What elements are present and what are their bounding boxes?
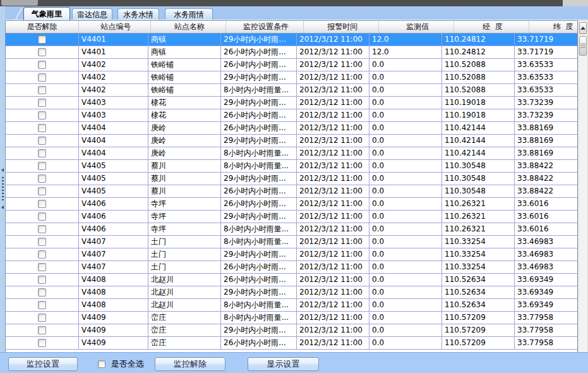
row-checkbox[interactable] [38,276,46,284]
row-checkbox[interactable] [38,99,46,107]
splitter-grip[interactable] [2,177,4,202]
row-checkbox[interactable] [38,187,46,195]
row-checkbox[interactable] [38,149,46,157]
tab-rain-condition[interactable]: 水务雨情 [165,8,213,20]
cell-checkbox [6,59,79,71]
cell-latitude: 33.46983 [515,248,578,260]
select-all-checkbox[interactable] [98,360,105,368]
cell-station-id: V4405 [79,173,148,185]
column-header-condition[interactable]: 监控设置条件 [228,21,304,33]
row-checkbox[interactable] [38,250,46,259]
table-row[interactable]: V4401商镇29小时内小时雨...2012/3/12 11:0012.0110… [6,34,577,46]
left-splitter[interactable] [0,6,5,373]
row-checkbox[interactable] [38,61,46,69]
display-set-button[interactable]: 显示设置 [248,357,319,371]
cell-latitude: 33.46983 [515,236,578,248]
cell-longitude: 110.19018 [442,109,515,121]
cell-checkbox [6,34,79,46]
table-row[interactable]: V4402铁峪铺26小时内小时雨...2012/3/12 11:000.0110… [6,59,577,71]
row-checkbox[interactable] [38,86,46,94]
column-header-longitude[interactable]: 经 度 [457,21,529,33]
cell-longitude: 110.33254 [442,236,515,248]
monitor-release-button[interactable]: 监控解除 [155,357,225,371]
row-checkbox[interactable] [38,200,46,208]
cell-latitude: 33.77958 [515,324,578,336]
table-row[interactable]: V4403棣花29小时内小时雨...2012/3/12 11:000.0110.… [6,97,577,109]
column-header-release[interactable]: 是否解除 [6,21,79,33]
row-checkbox[interactable] [38,339,46,347]
cell-station-name: 铁峪铺 [148,84,221,96]
table-row[interactable]: V4409峦庄29小时内小时雨...2012/3/12 11:000.0110.… [6,324,577,337]
row-checkbox[interactable] [38,162,46,170]
table-row[interactable]: V4409峦庄26小时内小时雨...2012/3/12 11:000.0110.… [6,337,577,350]
column-header-alarm-time[interactable]: 报警时间 [306,21,379,33]
table-row[interactable]: V4404庚岭8小时内小时雨量...2012/3/12 11:000.0110.… [6,147,577,160]
table-row[interactable]: V4401商镇26小时内小时雨...2012/3/12 11:0012.0110… [6,46,577,59]
row-checkbox[interactable] [38,111,46,119]
column-header-station-name[interactable]: 站点名称 [153,21,226,33]
table-row[interactable]: V4403棣花26小时内小时雨...2012/3/12 11:000.0110.… [6,109,577,122]
tab-bar: 气象雨里 雷达信息 水务水情 水务雨情 [0,6,588,20]
table-row[interactable]: V4408北赵川26小时内小时雨...2012/3/12 11:000.0110… [6,274,577,286]
cell-longitude: 110.19018 [442,97,515,109]
table-row[interactable]: V4402铁峪铺29小时内小时雨...2012/3/12 11:000.0110… [6,71,577,84]
row-checkbox[interactable] [38,137,46,145]
row-checkbox[interactable] [38,48,46,56]
table-row[interactable]: V4402铁峪铺8小时内小时雨量...2012/3/12 11:000.0110… [6,84,577,97]
collapse-arrow-icon[interactable] [1,168,4,172]
table-row[interactable]: V4408北赵川29小时内小时雨...2012/3/12 11:000.0110… [6,286,577,299]
cell-alarm-time: 2012/3/12 11:00 [297,97,369,109]
row-checkbox[interactable] [38,174,46,183]
cell-longitude: 110.26321 [442,223,515,235]
row-checkbox[interactable] [38,35,46,44]
tab-weather-rain[interactable]: 气象雨里 [23,7,70,20]
row-checkbox[interactable] [38,288,46,297]
row-checkbox[interactable] [38,301,46,309]
row-checkbox[interactable] [38,212,46,221]
cell-condition: 8小时内小时雨量... [221,236,297,248]
monitor-set-button[interactable]: 监控设置 [8,357,78,371]
table-row[interactable]: V4407土门26小时内小时雨...2012/3/12 11:000.0110.… [6,261,577,274]
table-row[interactable]: V4405蔡川29小时内小时雨...2012/3/12 11:000.0110.… [6,173,577,185]
table-row[interactable]: V4407土门8小时内小时雨量...2012/3/12 11:000.0110.… [6,236,577,248]
table-row[interactable]: V4407土门29小时内小时雨...2012/3/12 11:000.0110.… [6,248,577,261]
table-row[interactable]: V4409峦庄8小时内小时雨量...2012/3/12 11:000.0110.… [6,312,577,324]
scrollbar-thumb[interactable] [579,36,587,56]
cell-latitude: 33.71719 [515,34,578,46]
table-row[interactable]: V4405蔡川26小时内小时雨...2012/3/12 11:000.0110.… [6,185,577,198]
cell-value: 0.0 [369,248,442,260]
cell-latitude: 33.6016 [515,223,578,235]
row-checkbox[interactable] [38,263,46,271]
cell-longitude: 110.52634 [442,299,515,311]
scroll-up-button[interactable] [579,22,587,34]
row-checkbox[interactable] [38,326,46,334]
cell-latitude: 33.6016 [515,198,578,210]
table-row[interactable]: V4408北赵川8小时内小时雨量...2012/3/12 11:000.0110… [6,299,577,312]
row-checkbox[interactable] [38,124,46,132]
table-row[interactable]: V4404庚岭26小时内小时雨...2012/3/12 11:000.0110.… [6,122,577,135]
tab-radar-info[interactable]: 雷达信息 [72,8,112,20]
cell-condition: 26小时内小时雨... [221,274,297,286]
row-checkbox[interactable] [38,73,46,82]
cell-longitude: 110.52634 [442,286,515,298]
column-header-value[interactable]: 监测值 [381,21,454,33]
row-checkbox[interactable] [38,225,46,233]
background-window-fragment [563,0,588,6]
table-row[interactable]: V4405蔡川8小时内小时雨量...2012/3/12 11:000.0110.… [6,160,577,173]
cell-longitude: 110.26321 [442,198,515,210]
vertical-scrollbar[interactable] [578,20,588,356]
row-checkbox[interactable] [38,238,46,246]
cell-checkbox [6,147,79,159]
collapse-arrow-icon[interactable] [1,205,4,209]
row-checkbox[interactable] [38,314,46,322]
table-row[interactable]: V4406寺坪8小时内小时雨量...2012/3/12 11:000.0110.… [6,223,577,236]
table-row[interactable]: V4406寺坪26小时内小时雨...2012/3/12 11:000.0110.… [6,198,577,211]
column-header-latitude[interactable]: 纬 度 [532,21,578,33]
table-row[interactable]: V4406寺坪29小时内小时雨...2012/3/12 11:000.0110.… [6,211,577,223]
table-row[interactable]: V4404庚岭29小时内小时雨...2012/3/12 11:000.0110.… [6,135,577,147]
cell-alarm-time: 2012/3/12 11:00 [297,173,369,185]
cell-station-id: V4408 [79,299,148,311]
cell-alarm-time: 2012/3/12 11:00 [297,46,369,58]
tab-water-condition[interactable]: 水务水情 [117,8,159,20]
column-header-station-id[interactable]: 站点编号 [81,21,151,33]
